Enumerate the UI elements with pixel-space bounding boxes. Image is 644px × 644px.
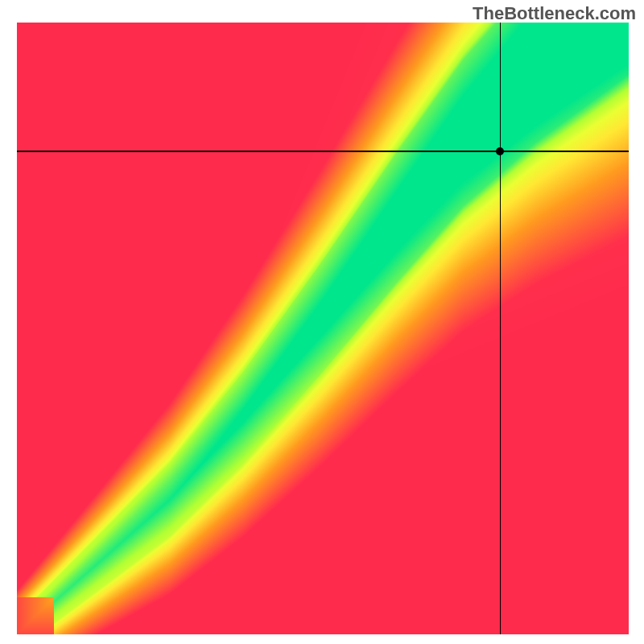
- watermark-text: TheBottleneck.com: [473, 3, 636, 24]
- crosshair-vertical: [500, 23, 502, 634]
- heatmap-canvas: [17, 23, 629, 634]
- chart-container: TheBottleneck.com: [0, 0, 644, 644]
- heatmap-plot: [17, 23, 629, 634]
- crosshair-horizontal: [17, 151, 629, 152]
- crosshair-marker: [496, 147, 504, 155]
